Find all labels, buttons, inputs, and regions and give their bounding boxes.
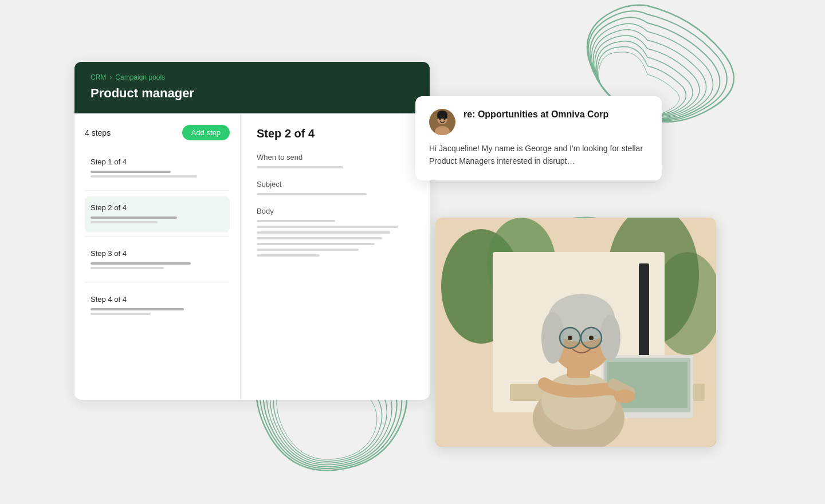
- sidebar-item-step-2[interactable]: Step 2 of 4: [85, 196, 230, 233]
- sidebar-item-step-4[interactable]: Step 4 of 4: [85, 288, 230, 324]
- step-1-label: Step 1 of 4: [91, 158, 224, 166]
- main-card: CRM › Campaign pools Product manager 4 s…: [74, 62, 430, 400]
- steps-sidebar: 4 steps Add step Step 1 of 4 Step 2 of 4…: [74, 113, 241, 400]
- subject-label: Subject: [257, 180, 414, 188]
- content-step-heading: Step 2 of 4: [257, 127, 414, 140]
- svg-point-33: [589, 336, 594, 340]
- subject-line: [257, 193, 367, 195]
- photo-card: [435, 218, 716, 447]
- step-4-label: Step 4 of 4: [91, 295, 224, 304]
- svg-point-34: [614, 389, 635, 403]
- breadcrumb-separator: ›: [109, 73, 112, 81]
- steps-count-label: 4 steps: [85, 128, 111, 137]
- step-1-line-2: [91, 175, 197, 178]
- email-header: re: Opportunities at Omniva Corp: [429, 109, 648, 135]
- when-to-send-field: When to send: [257, 153, 414, 168]
- body-line-1: [257, 220, 335, 222]
- svg-point-6: [439, 119, 441, 120]
- body-line-7: [257, 254, 320, 257]
- email-body: Hi Jacqueline! My name is George and I'm…: [429, 142, 648, 168]
- email-subject-container: re: Opportunities at Omniva Corp: [463, 109, 608, 121]
- step-2-label: Step 2 of 4: [91, 203, 224, 212]
- person-photo: [435, 218, 716, 447]
- svg-point-32: [568, 336, 572, 340]
- subject-field: Subject: [257, 180, 414, 195]
- avatar: [429, 109, 455, 135]
- step-1-line-1: [91, 171, 171, 173]
- svg-point-25: [600, 315, 620, 361]
- step-4-line-1: [91, 308, 184, 310]
- page-title: Product manager: [91, 86, 414, 101]
- body-label: Body: [257, 207, 414, 215]
- divider-2: [85, 236, 230, 237]
- step-3-line-1: [91, 262, 191, 265]
- body-line-4: [257, 237, 382, 239]
- divider-3: [85, 282, 230, 282]
- breadcrumb-crm[interactable]: CRM: [91, 73, 106, 81]
- sidebar-item-step-3[interactable]: Step 3 of 4: [85, 242, 230, 278]
- divider-1: [85, 190, 230, 191]
- step-2-line-1: [91, 216, 177, 219]
- sidebar-header: 4 steps Add step: [85, 125, 230, 140]
- card-body: 4 steps Add step Step 1 of 4 Step 2 of 4…: [74, 113, 430, 400]
- step-3-line-2: [91, 267, 164, 269]
- body-line-5: [257, 243, 375, 245]
- svg-point-7: [444, 119, 446, 120]
- when-to-send-line: [257, 166, 343, 168]
- email-preview-card: re: Opportunities at Omniva Corp Hi Jacq…: [415, 96, 662, 180]
- card-header: CRM › Campaign pools Product manager: [74, 62, 430, 113]
- body-line-2: [257, 226, 398, 228]
- email-subject: re: Opportunities at Omniva Corp: [463, 109, 608, 121]
- content-panel: Step 2 of 4 When to send Subject Body: [241, 113, 430, 400]
- body-line-3: [257, 231, 390, 234]
- step-4-line-2: [91, 313, 151, 315]
- svg-point-20: [541, 372, 616, 430]
- breadcrumb: CRM › Campaign pools: [91, 73, 414, 81]
- step-3-label: Step 3 of 4: [91, 249, 224, 258]
- body-line-6: [257, 249, 359, 251]
- sidebar-item-step-1[interactable]: Step 1 of 4: [85, 151, 230, 187]
- body-field: Body: [257, 207, 414, 257]
- step-2-line-2: [91, 221, 158, 223]
- when-to-send-label: When to send: [257, 153, 414, 162]
- breadcrumb-campaign-pools[interactable]: Campaign pools: [115, 73, 165, 81]
- add-step-button[interactable]: Add step: [182, 125, 230, 140]
